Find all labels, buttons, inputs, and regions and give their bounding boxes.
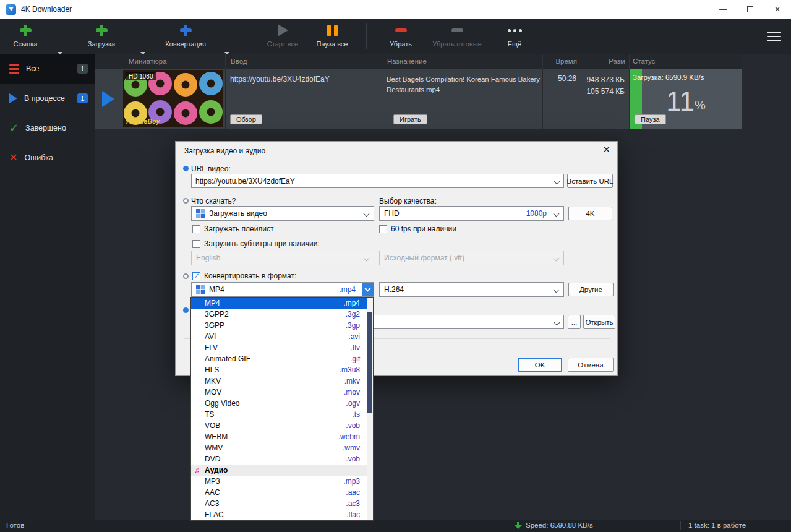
pause-row-button[interactable]: Пауза (635, 114, 666, 124)
subtitles-language-select[interactable]: English (191, 251, 374, 265)
ready-status: Готов (6, 521, 24, 529)
format-option-mkv[interactable]: MKV .mkv (191, 375, 373, 387)
format-option-hls[interactable]: HLS .m3u8 (191, 364, 373, 375)
format-option-ext: .avi (348, 332, 360, 341)
format-option-label: Animated GIF (205, 354, 250, 363)
format-option-mp3[interactable]: MP3 .mp3 (191, 476, 373, 487)
scrollbar-thumb[interactable] (367, 312, 372, 413)
pause-icon (327, 25, 338, 36)
play-icon (9, 93, 17, 103)
resolution-value: 1080p (526, 209, 547, 218)
checkbox-icon (379, 225, 387, 233)
format-option-mp4[interactable]: MP4 .mp4 (191, 298, 373, 309)
chevron-down-icon (554, 211, 560, 217)
status-bar: Готов Speed: 6590.88 KB/s 1 task: 1 в ра… (0, 520, 791, 532)
chevron-down-icon (365, 286, 371, 292)
4k-button[interactable]: 4K (568, 207, 612, 220)
convert-checkbox[interactable]: Конвертировать в формат: (192, 272, 296, 280)
source-url: https://youtu.be/3XU4zdofEaY (230, 74, 330, 85)
format-option-label: FLAC (205, 510, 224, 519)
minimize-button[interactable]: — (709, 0, 737, 19)
fps-checkbox[interactable]: 60 fps при наличии (379, 225, 456, 233)
format-option-ext: .vob (346, 455, 360, 463)
close-button[interactable]: ✕ (764, 0, 791, 19)
format-option-ext: .aac (346, 488, 360, 497)
format-option-3gpp[interactable]: 3GPP .3gp (191, 320, 373, 331)
sidebar-item-in-progress[interactable]: В процессе 1 (0, 84, 95, 113)
format-option-flv[interactable]: FLV .flv (191, 342, 373, 353)
remove-finished-button[interactable]: Убрать готовые (427, 24, 487, 48)
format-option-ext: .webm (338, 432, 360, 441)
time-cell: 50:26 (543, 69, 581, 129)
format-option-aac[interactable]: AAC .aac (191, 487, 373, 498)
format-option-webm[interactable]: WEBM .webm (191, 431, 373, 442)
app-window: 4K Downloader — ✕ Ссылка Загрузка Конвер… (0, 0, 791, 532)
format-option-ext: .3g2 (346, 310, 360, 319)
sidebar-item-error[interactable]: ✕ Ошибка (0, 143, 95, 173)
codec-select[interactable]: H.264 (379, 282, 564, 297)
format-option-mov[interactable]: MOV .mov (191, 387, 373, 398)
cancel-button[interactable]: Отмена (568, 358, 614, 372)
size-total: 948 873 КБ (586, 74, 625, 86)
add-download-button[interactable]: Загрузка (82, 24, 121, 48)
sidebar-item-all[interactable]: Все 1 (0, 54, 95, 84)
format-extension: .mp4 (339, 285, 356, 294)
format-option-avi[interactable]: AVI .avi (191, 331, 373, 342)
format-select[interactable]: MP4 .mp4 (191, 282, 374, 297)
browse-dots-button[interactable]: ... (568, 315, 581, 329)
others-button[interactable]: Другие (568, 283, 614, 296)
toolbar: Ссылка Загрузка Конвертация Старт все Па… (0, 19, 791, 54)
what-to-download-select[interactable]: Загружать видео (191, 206, 374, 221)
quality-select[interactable]: FHD 1080p (379, 206, 564, 221)
sidebar: Все 1 В процессе 1 ✓ Завершено ✕ Ошибка (0, 54, 95, 520)
format-option-wmv[interactable]: WMV .wmv (191, 442, 373, 453)
chevron-down-icon (554, 287, 560, 293)
speed-text: Speed: 6590.88 KB/s (526, 521, 593, 529)
format-option-ogv[interactable]: Ogg Video .ogv (191, 398, 373, 409)
column-header-thumbnail: Миниатюра (95, 54, 226, 69)
format-option-ts[interactable]: TS .ts (191, 409, 373, 420)
add-link-button[interactable]: Ссылка (7, 24, 43, 48)
format-option-flac[interactable]: FLAC .flac (191, 509, 373, 520)
checkbox-icon (192, 225, 200, 233)
destination-cell: Best Bagels Compilation! Korean Famous B… (382, 69, 543, 129)
url-input-wrap (191, 174, 564, 188)
play-file-button[interactable]: Играть (393, 114, 427, 124)
format-option-label: DVD (205, 455, 220, 463)
dialog-close-button[interactable]: ✕ (602, 144, 610, 155)
playlist-checkbox[interactable]: Загружать плейлист (192, 225, 274, 233)
ok-button[interactable]: OK (518, 358, 562, 372)
maximize-button[interactable] (737, 0, 764, 19)
format-option-label: MKV (205, 377, 221, 385)
format-option-ac3[interactable]: AC3 .ac3 (191, 498, 373, 509)
format-option-label: MP3 (205, 477, 220, 486)
format-option-gif[interactable]: Animated GIF .gif (191, 353, 373, 364)
row-play-button[interactable] (102, 91, 114, 107)
browse-button[interactable]: Обзор (230, 114, 262, 124)
start-all-button[interactable]: Старт все (260, 24, 306, 48)
format-option-dvd[interactable]: DVD .vob (191, 453, 373, 465)
url-label: URL видео: (191, 165, 231, 173)
format-option-label: FLV (205, 343, 218, 352)
format-option-3gpp2[interactable]: 3GPP2 .3g2 (191, 309, 373, 320)
paste-url-button[interactable]: Вставить URL (567, 174, 613, 188)
open-button[interactable]: Открыть (583, 315, 615, 329)
remove-button[interactable]: Убрать (377, 24, 424, 48)
add-convert-button[interactable]: Конвертация (160, 24, 212, 48)
sidebar-item-completed[interactable]: ✓ Завершено (0, 113, 95, 143)
subtitles-format-select[interactable]: Исходный формат (.vtt) (379, 251, 564, 265)
menu-button[interactable] (767, 32, 781, 41)
format-option-vob[interactable]: VOB .vob (191, 420, 373, 431)
progress-percent: 11% (630, 88, 742, 115)
more-button[interactable]: Ещё (497, 24, 532, 48)
subtitles-checkbox[interactable]: Загрузить субтитры при наличии: (192, 239, 320, 248)
section-bullet-url (183, 166, 189, 171)
combo-open-arrow[interactable] (362, 283, 374, 296)
plus-icon (180, 25, 192, 36)
pause-all-button[interactable]: Пауза все (309, 24, 355, 48)
statusbar-separator (680, 521, 681, 530)
what-label: Что скачать? (191, 197, 236, 205)
url-input[interactable] (195, 177, 560, 186)
dropdown-scrollbar[interactable] (367, 298, 373, 520)
format-option-ext: .flac (346, 510, 360, 519)
